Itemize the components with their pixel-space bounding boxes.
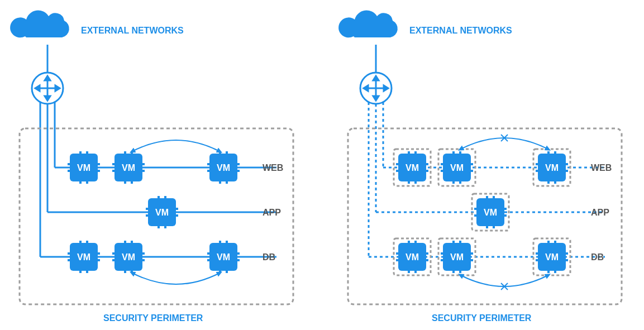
vm-label: VM [406, 252, 419, 262]
right-diagram: EXTERNAL NETWORKS VM VM VM WEB [338, 11, 622, 323]
web-tier-label: WEB [591, 163, 612, 173]
vm-label: VM [484, 208, 497, 217]
vm-label: VM [406, 163, 419, 173]
vm-label: VM [545, 163, 559, 173]
vm-label: VM [122, 252, 135, 262]
web-tier-label: WEB [263, 163, 283, 173]
db-tier-label: DB [591, 252, 604, 262]
vm-label: VM [122, 163, 135, 173]
external-networks-label: EXTERNAL NETWORKS [81, 26, 184, 35]
router-icon [32, 73, 63, 104]
lateral-arc-web [131, 140, 221, 152]
security-perimeter-label: SECURITY PERIMETER [432, 313, 532, 323]
cloud-icon [10, 11, 69, 38]
vm-segment-web-3: VM [533, 149, 570, 186]
vm-segment-db-1: VM [394, 238, 431, 275]
vm-label: VM [545, 252, 559, 262]
lateral-arc-web [460, 138, 549, 150]
app-tier-label: APP [591, 208, 609, 217]
vm-segment-web-1: VM [394, 149, 431, 186]
app-tier-label: APP [263, 208, 281, 217]
router-icon [360, 73, 392, 104]
vm-label: VM [77, 252, 90, 262]
vm-segment-web-2: VM [438, 149, 475, 186]
security-perimeter-label: SECURITY PERIMETER [103, 313, 203, 323]
vm-label: VM [77, 163, 90, 173]
lateral-arc-db [460, 275, 549, 286]
vm-label: VM [155, 208, 169, 217]
vm-segment-db-3: VM [533, 238, 570, 275]
vm-segment-db-2: VM [438, 238, 475, 275]
db-tier-label: DB [263, 252, 275, 262]
vm-label: VM [217, 252, 230, 262]
vm-label: VM [450, 252, 464, 262]
vm-label: VM [217, 163, 230, 173]
vm-label: VM [450, 163, 464, 173]
lateral-arc-db [131, 272, 221, 284]
external-networks-label: EXTERNAL NETWORKS [409, 26, 512, 35]
left-diagram: EXTERNAL NETWORKS VM VM VM WEB VM APP VM [10, 11, 293, 323]
vm-segment-app-1: VM [472, 194, 509, 231]
cloud-icon [338, 11, 398, 38]
